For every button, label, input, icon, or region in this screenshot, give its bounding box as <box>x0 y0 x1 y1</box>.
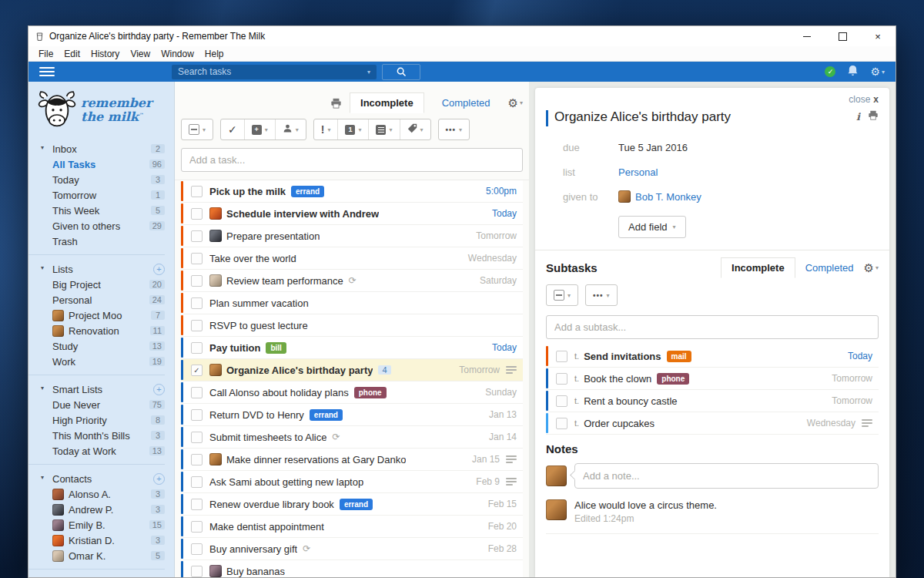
sidebar-item[interactable]: Omar K.5 <box>41 548 165 563</box>
task-row[interactable]: Ask Sami about getting new laptopFeb 9 <box>181 471 523 493</box>
sidebar-item[interactable]: Project Moo7 <box>41 307 165 323</box>
add-task-input[interactable] <box>181 148 523 172</box>
task-row[interactable]: Renew overdue library bookerrandFeb 15 <box>181 493 523 516</box>
due-date[interactable]: Jan 15 <box>472 454 500 465</box>
due-date[interactable]: Feb 15 <box>488 499 517 509</box>
settings-gear-button[interactable]: ⚙ ▾ <box>870 66 885 78</box>
sidebar-section-header[interactable]: ▾Contacts+ <box>41 471 165 486</box>
due-date[interactable]: Today <box>492 208 517 219</box>
task-row[interactable]: Buy bananas <box>181 560 523 577</box>
add-button[interactable]: + <box>153 264 165 275</box>
due-date[interactable]: Feb 28 <box>488 543 517 554</box>
task-row[interactable]: Pay tuitionbillToday <box>181 337 523 359</box>
print-icon[interactable] <box>868 109 879 123</box>
subtasks-tab-incomplete[interactable]: Incomplete <box>721 257 795 278</box>
minimize-button[interactable] <box>789 26 825 46</box>
due-date[interactable]: Wednesday <box>468 253 517 264</box>
sidebar-item[interactable]: Alonso A.3 <box>41 486 165 502</box>
task-checkbox[interactable] <box>191 454 203 465</box>
select-all-button[interactable]: ▾ <box>547 285 578 305</box>
search-caret-icon[interactable]: ▾ <box>367 69 370 76</box>
sidebar-item[interactable]: This Week5 <box>41 203 165 218</box>
task-row[interactable]: RSVP to guest lecture <box>181 314 523 337</box>
sidebar-item[interactable]: Renovation11 <box>41 323 165 338</box>
task-row[interactable]: Schedule interview with AndrewToday <box>181 203 523 225</box>
task-checkbox[interactable] <box>191 342 203 354</box>
field-value[interactable]: Personal <box>618 166 658 178</box>
due-date[interactable]: Wednesday <box>807 418 855 428</box>
sidebar-item[interactable]: Personal24 <box>41 292 165 307</box>
task-row[interactable]: Make dinner reservations at Gary DankoJa… <box>181 449 523 471</box>
sidebar-item[interactable]: Today at Work13 <box>41 443 165 459</box>
task-checkbox[interactable] <box>191 387 203 398</box>
due-date[interactable]: Jan 14 <box>489 432 517 442</box>
add-note-input[interactable] <box>574 463 879 489</box>
task-row[interactable]: Call Alonso about holiday plansphoneSund… <box>181 381 523 404</box>
due-date[interactable]: Today <box>492 342 517 353</box>
task-checkbox[interactable] <box>191 320 203 331</box>
due-date[interactable]: Tomorrow <box>832 395 872 406</box>
select-all-button[interactable]: ▾ <box>182 119 213 139</box>
tab-completed[interactable]: Completed <box>432 93 500 113</box>
due-date[interactable]: 5:00pm <box>486 186 517 197</box>
subtask-row[interactable]: t.Send invitationsmailToday <box>546 345 879 368</box>
task-checkbox[interactable] <box>191 409 203 421</box>
sidebar-item[interactable]: Big Project20 <box>41 277 165 292</box>
task-tag[interactable]: phone <box>657 373 689 385</box>
due-date[interactable]: Feb 9 <box>476 476 500 487</box>
sidebar-item[interactable]: Kristian D.3 <box>41 533 165 548</box>
task-checkbox[interactable] <box>191 499 203 510</box>
add-button[interactable]: + <box>153 473 165 485</box>
sidebar-item[interactable]: ▾Inbox2 <box>41 141 165 156</box>
due-date[interactable]: Tomorrow <box>832 373 872 384</box>
subtask-checkbox[interactable] <box>556 373 567 385</box>
info-icon[interactable]: i <box>856 111 860 123</box>
subtasks-gear-button[interactable]: ⚙ ▾ <box>864 261 879 275</box>
assign-contact-button[interactable]: ▾ <box>275 119 306 139</box>
due-date[interactable]: Jan 13 <box>489 409 517 420</box>
postpone-button[interactable]: ▾ <box>244 119 275 139</box>
task-row[interactable]: Prepare presentationTomorrow <box>181 225 523 247</box>
task-checkbox[interactable] <box>191 476 203 488</box>
due-date[interactable]: Sunday <box>485 387 517 398</box>
more-actions-button[interactable]: •••▾ <box>439 119 470 139</box>
task-tag[interactable]: bill <box>266 342 286 354</box>
task-checkbox[interactable] <box>191 566 203 577</box>
menu-item-view[interactable]: View <box>125 49 156 59</box>
due-date[interactable]: Feb 20 <box>488 521 517 532</box>
subtask-checkbox[interactable] <box>556 351 567 362</box>
task-checkbox[interactable] <box>191 432 203 443</box>
search-button[interactable] <box>382 64 420 80</box>
due-date-button[interactable]: ▾ <box>337 119 368 139</box>
field-value[interactable]: Bob T. Monkey <box>618 190 701 203</box>
move-to-list-button[interactable]: ▾ <box>368 119 399 139</box>
task-checkbox[interactable] <box>191 543 203 555</box>
tab-incomplete[interactable]: Incomplete <box>350 92 424 113</box>
sidebar-item[interactable]: Given to others29 <box>41 218 165 234</box>
task-checkbox[interactable] <box>191 253 203 264</box>
sidebar-item[interactable]: Tomorrow1 <box>41 187 165 203</box>
due-date[interactable]: Tomorrow <box>459 365 500 375</box>
detail-close-button[interactable]: close x <box>546 94 879 105</box>
task-checkbox[interactable] <box>191 297 203 309</box>
menu-item-file[interactable]: File <box>33 49 59 59</box>
sidebar-item[interactable]: Today3 <box>41 172 165 187</box>
view-settings-gear-button[interactable]: ⚙ ▾ <box>508 96 523 110</box>
task-checkbox[interactable] <box>191 230 203 242</box>
sidebar-item[interactable]: All Tasks96 <box>41 156 165 172</box>
maximize-button[interactable] <box>825 26 860 46</box>
menu-item-window[interactable]: Window <box>156 49 199 59</box>
due-date[interactable]: Saturday <box>480 275 517 286</box>
task-row[interactable]: Review team performance⟳Saturday <box>181 270 523 292</box>
sidebar-item[interactable]: Andrew P.3 <box>41 502 165 517</box>
subtask-checkbox[interactable] <box>556 395 567 407</box>
add-button[interactable]: + <box>153 384 165 395</box>
subtask-checkbox[interactable] <box>556 418 567 429</box>
complete-button[interactable]: ✓ <box>221 119 244 139</box>
sidebar-section-header[interactable]: ▾Tags+ <box>41 576 165 577</box>
task-tag[interactable]: errand <box>291 186 324 197</box>
subtask-row[interactable]: t.Book the clownphoneTomorrow <box>546 368 879 390</box>
sidebar-section-header[interactable]: ▾Lists+ <box>41 261 165 277</box>
sidebar-item[interactable]: Study13 <box>41 338 165 354</box>
hamburger-menu-icon[interactable] <box>39 67 55 76</box>
